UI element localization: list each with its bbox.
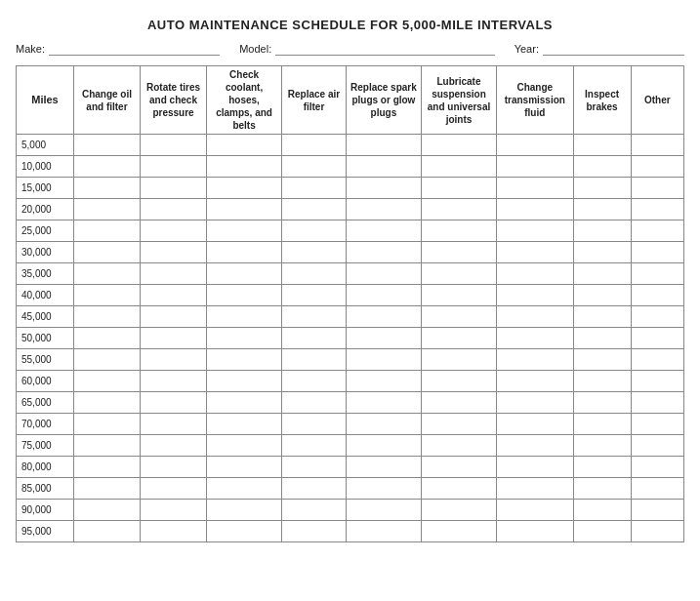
cell-check-coolant-7[interactable] (207, 285, 282, 306)
cell-change-trans-13[interactable] (497, 414, 574, 435)
cell-rotate-tires-8[interactable] (140, 306, 206, 328)
cell-other-4[interactable] (631, 220, 683, 242)
cell-lubricate-17[interactable] (421, 500, 496, 521)
cell-replace-air-18[interactable] (282, 521, 347, 542)
cell-change-trans-8[interactable] (497, 306, 574, 328)
cell-other-0[interactable] (631, 135, 683, 156)
cell-replace-air-3[interactable] (282, 199, 347, 220)
cell-inspect-brakes-16[interactable] (573, 478, 631, 500)
cell-change-oil-8[interactable] (73, 306, 140, 328)
cell-change-oil-15[interactable] (73, 457, 140, 478)
cell-change-trans-18[interactable] (497, 521, 574, 542)
cell-replace-spark-4[interactable] (346, 220, 421, 242)
cell-replace-air-4[interactable] (282, 220, 347, 242)
cell-lubricate-7[interactable] (421, 285, 496, 306)
cell-change-trans-5[interactable] (497, 242, 574, 263)
cell-inspect-brakes-9[interactable] (573, 328, 631, 349)
cell-check-coolant-5[interactable] (207, 242, 282, 263)
cell-rotate-tires-17[interactable] (140, 500, 206, 521)
cell-check-coolant-16[interactable] (207, 478, 282, 500)
cell-lubricate-2[interactable] (421, 178, 496, 199)
cell-rotate-tires-14[interactable] (140, 435, 206, 457)
cell-check-coolant-18[interactable] (207, 521, 282, 542)
cell-inspect-brakes-5[interactable] (573, 242, 631, 263)
cell-inspect-brakes-4[interactable] (573, 220, 631, 242)
cell-lubricate-0[interactable] (421, 135, 496, 156)
cell-check-coolant-11[interactable] (207, 371, 282, 392)
cell-inspect-brakes-8[interactable] (573, 306, 631, 328)
cell-replace-air-16[interactable] (282, 478, 347, 500)
cell-change-oil-10[interactable] (73, 349, 140, 371)
cell-change-oil-3[interactable] (73, 199, 140, 220)
cell-change-oil-11[interactable] (73, 371, 140, 392)
cell-other-13[interactable] (631, 414, 683, 435)
cell-rotate-tires-7[interactable] (140, 285, 206, 306)
cell-lubricate-8[interactable] (421, 306, 496, 328)
cell-rotate-tires-9[interactable] (140, 328, 206, 349)
cell-other-11[interactable] (631, 371, 683, 392)
cell-inspect-brakes-7[interactable] (573, 285, 631, 306)
cell-replace-air-0[interactable] (282, 135, 347, 156)
cell-replace-air-17[interactable] (282, 500, 347, 521)
cell-lubricate-5[interactable] (421, 242, 496, 263)
cell-change-oil-7[interactable] (73, 285, 140, 306)
cell-replace-spark-13[interactable] (346, 414, 421, 435)
cell-other-6[interactable] (631, 263, 683, 285)
cell-lubricate-16[interactable] (421, 478, 496, 500)
cell-replace-spark-2[interactable] (346, 178, 421, 199)
cell-replace-air-1[interactable] (282, 156, 347, 178)
cell-rotate-tires-15[interactable] (140, 457, 206, 478)
cell-replace-spark-7[interactable] (346, 285, 421, 306)
cell-inspect-brakes-11[interactable] (573, 371, 631, 392)
cell-check-coolant-2[interactable] (207, 178, 282, 199)
cell-change-trans-3[interactable] (497, 199, 574, 220)
cell-replace-air-9[interactable] (282, 328, 347, 349)
cell-check-coolant-0[interactable] (207, 135, 282, 156)
cell-rotate-tires-5[interactable] (140, 242, 206, 263)
cell-replace-spark-8[interactable] (346, 306, 421, 328)
cell-other-10[interactable] (631, 349, 683, 371)
cell-change-trans-6[interactable] (497, 263, 574, 285)
cell-replace-spark-14[interactable] (346, 435, 421, 457)
cell-replace-spark-1[interactable] (346, 156, 421, 178)
cell-other-7[interactable] (631, 285, 683, 306)
cell-lubricate-1[interactable] (421, 156, 496, 178)
cell-replace-spark-16[interactable] (346, 478, 421, 500)
cell-replace-spark-12[interactable] (346, 392, 421, 414)
cell-replace-spark-9[interactable] (346, 328, 421, 349)
cell-lubricate-3[interactable] (421, 199, 496, 220)
cell-other-16[interactable] (631, 478, 683, 500)
cell-replace-spark-10[interactable] (346, 349, 421, 371)
cell-replace-air-10[interactable] (282, 349, 347, 371)
cell-change-oil-18[interactable] (73, 521, 140, 542)
cell-change-trans-10[interactable] (497, 349, 574, 371)
cell-other-2[interactable] (631, 178, 683, 199)
cell-change-trans-9[interactable] (497, 328, 574, 349)
cell-check-coolant-6[interactable] (207, 263, 282, 285)
cell-replace-spark-3[interactable] (346, 199, 421, 220)
cell-replace-air-14[interactable] (282, 435, 347, 457)
cell-lubricate-18[interactable] (421, 521, 496, 542)
cell-rotate-tires-1[interactable] (140, 156, 206, 178)
cell-rotate-tires-11[interactable] (140, 371, 206, 392)
cell-check-coolant-17[interactable] (207, 500, 282, 521)
cell-inspect-brakes-6[interactable] (573, 263, 631, 285)
cell-change-trans-1[interactable] (497, 156, 574, 178)
cell-change-oil-14[interactable] (73, 435, 140, 457)
cell-change-trans-0[interactable] (497, 135, 574, 156)
cell-check-coolant-12[interactable] (207, 392, 282, 414)
cell-other-9[interactable] (631, 328, 683, 349)
cell-lubricate-6[interactable] (421, 263, 496, 285)
cell-replace-spark-0[interactable] (346, 135, 421, 156)
cell-other-18[interactable] (631, 521, 683, 542)
cell-change-trans-17[interactable] (497, 500, 574, 521)
cell-check-coolant-8[interactable] (207, 306, 282, 328)
cell-change-trans-15[interactable] (497, 457, 574, 478)
cell-rotate-tires-0[interactable] (140, 135, 206, 156)
cell-change-oil-0[interactable] (73, 135, 140, 156)
cell-replace-spark-6[interactable] (346, 263, 421, 285)
cell-change-trans-12[interactable] (497, 392, 574, 414)
cell-change-oil-16[interactable] (73, 478, 140, 500)
cell-change-oil-4[interactable] (73, 220, 140, 242)
cell-lubricate-9[interactable] (421, 328, 496, 349)
